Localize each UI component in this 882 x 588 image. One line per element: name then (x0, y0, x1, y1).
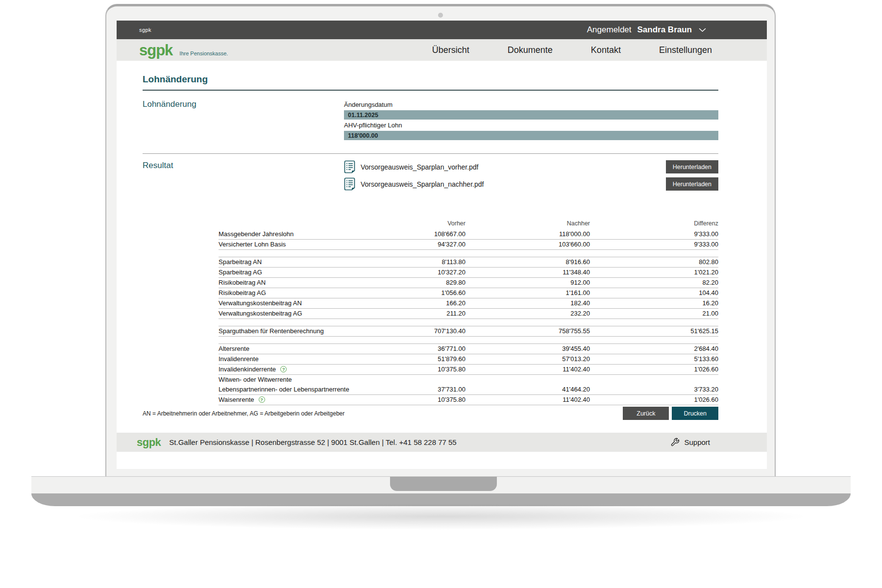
nav-items: Übersicht Dokumente Kontakt Einstellunge… (432, 45, 712, 55)
wrench-icon (670, 438, 680, 447)
user-name: Sandra Braun (637, 25, 692, 35)
download-button-nachher[interactable]: Herunterladen (666, 177, 718, 191)
print-button[interactable]: Drucken (672, 407, 718, 420)
file-row-nachher: Vorsorgeausweis_Sparplan_nachher.pdf Her… (344, 177, 718, 191)
logo[interactable]: sgpk Ihre Pensionskasse. (139, 43, 228, 58)
nav-item-einstellungen[interactable]: Einstellungen (659, 45, 712, 55)
footer-address: St.Galler Pensionskasse | Rosenbergstras… (169, 438, 456, 446)
cell-vorher: 36'771.00 (382, 345, 466, 352)
actions-row: AN = Arbeitnehmerin oder Arbeitnehmer, A… (143, 407, 718, 420)
row-label-cell: Risikobeitrag AG (219, 289, 382, 296)
nav-item-uebersicht[interactable]: Übersicht (432, 45, 469, 55)
webcam-dot (438, 13, 443, 18)
cell-differenz: 1'026.60 (590, 366, 718, 373)
cell-vorher: 1'056.60 (382, 289, 466, 296)
cell-differenz: 21.00 (590, 310, 718, 317)
download-button-vorher[interactable]: Herunterladen (666, 160, 718, 173)
row-label-cell: Sparbeitrag AN (219, 258, 382, 266)
document-icon (344, 160, 355, 173)
cell-vorher: 10'375.80 (382, 366, 466, 373)
logo-tagline: Ihre Pensionskasse. (179, 50, 228, 56)
cell-differenz: 802.80 (590, 258, 718, 266)
aenderungsdatum-input[interactable] (344, 110, 718, 120)
row-label-cell: Lebenspartnerinnen- oder Lebenspartnerre… (219, 386, 382, 393)
row-label: Lebenspartnerinnen- oder Lebenspartnerre… (219, 386, 349, 393)
cell-vorher: 166.20 (382, 299, 466, 307)
table-row: Verwaltungskostenbeitrag AG211.20232.202… (219, 309, 718, 319)
result-section-label: Resultat (143, 160, 344, 171)
cell-differenz: 3'733.20 (590, 386, 718, 393)
row-label-cell: Invalidenkinderrente? (219, 366, 382, 373)
file-name-vorher[interactable]: Vorsorgeausweis_Sparplan_vorher.pdf (361, 163, 479, 171)
cell-nachher: 11'402.40 (466, 396, 590, 403)
row-label-cell: Verwaltungskostenbeitrag AN (219, 299, 382, 307)
laptop-base (31, 476, 851, 506)
help-icon[interactable]: ? (259, 396, 265, 403)
table-row: Waisenrente?10'375.8011'402.401'026.60 (219, 395, 718, 405)
cell-differenz: 9'333.00 (590, 241, 718, 248)
row-label: Sparbeitrag AG (219, 269, 262, 276)
cell-vorher: 211.20 (382, 310, 466, 317)
row-label-cell: Sparbeitrag AG (219, 269, 382, 276)
topbar: sgpk Angemeldet Sandra Braun (117, 21, 767, 39)
row-label-cell: Massgebender Jahreslohn (219, 230, 382, 238)
row-label-cell: Invalidenrente (219, 355, 382, 363)
help-icon[interactable]: ? (280, 366, 287, 372)
row-label-cell: Verwaltungskostenbeitrag AG (219, 310, 382, 317)
cell-nachher: 182.40 (466, 299, 590, 307)
nav-item-dokumente[interactable]: Dokumente (508, 45, 553, 55)
table-spacer (219, 337, 718, 344)
document-icon (344, 177, 355, 191)
ahv-lohn-input[interactable] (344, 131, 718, 140)
col-header-differenz: Differenz (590, 220, 718, 227)
col-header-vorher: Vorher (382, 220, 466, 227)
cell-vorher: 37'731.00 (382, 386, 466, 393)
support-link[interactable]: Support (670, 438, 710, 447)
file-name-nachher[interactable]: Vorsorgeausweis_Sparplan_nachher.pdf (361, 180, 484, 188)
row-label: Verwaltungskostenbeitrag AN (219, 299, 302, 307)
topbar-brand: sgpk (139, 27, 151, 33)
row-label-cell: Waisenrente? (219, 396, 382, 403)
row-label: Altersrente (219, 345, 249, 352)
field-label-aenderungsdatum: Änderungsdatum (344, 101, 718, 109)
row-label-cell: Witwen- oder Witwerrente (219, 376, 382, 383)
table-row: Sparbeitrag AG10'327.2011'348.401'021.20 (219, 268, 718, 278)
file-row-vorher: Vorsorgeausweis_Sparplan_vorher.pdf Heru… (344, 160, 718, 173)
table-row: Verwaltungskostenbeitrag AN166.20182.401… (219, 298, 718, 309)
table-row: Altersrente36'771.0039'455.402'684.40 (219, 344, 718, 354)
table-row: Invalidenrente51'879.6057'013.205'133.60 (219, 354, 718, 365)
table-row: Sparbeitrag AN8'113.808'916.60802.80 (219, 257, 718, 268)
row-label: Witwen- oder Witwerrente (219, 376, 292, 383)
row-label-cell: Versicherter Lohn Basis (219, 241, 382, 248)
cell-vorher: 8'113.80 (382, 258, 466, 266)
row-label-cell: Sparguthaben für Rentenberechnung (219, 327, 382, 335)
table-row: Risikobeitrag AN829.80912.0082.20 (219, 278, 718, 288)
row-label: Versicherter Lohn Basis (219, 241, 286, 248)
table-row: Risikobeitrag AG1'056.601'161.00104.40 (219, 288, 718, 298)
main-content: Lohnänderung Lohnänderung Änderungsdatum… (117, 61, 767, 433)
cell-differenz: 1'026.60 (590, 396, 718, 403)
row-label: Verwaltungskostenbeitrag AG (219, 310, 302, 317)
row-label: Waisenrente (219, 396, 254, 403)
cell-differenz: 51'625.15 (590, 327, 718, 335)
table-row: Witwen- oder Witwerrente (219, 375, 718, 385)
table-row: Sparguthaben für Rentenberechnung707'130… (219, 326, 718, 337)
cell-vorher: 707'130.40 (382, 327, 466, 335)
cell-differenz: 9'333.00 (590, 230, 718, 238)
col-header-nachher: Nachher (466, 220, 590, 227)
cell-nachher: 758'755.55 (466, 327, 590, 335)
cell-nachher: 1'161.00 (466, 289, 590, 296)
table-row: Lebenspartnerinnen- oder Lebenspartnerre… (219, 385, 718, 395)
cell-nachher: 39'455.40 (466, 345, 590, 352)
cell-vorher: 94'327.00 (382, 241, 466, 248)
cell-differenz: 16.20 (590, 299, 718, 307)
support-label: Support (684, 438, 710, 446)
footer: sgpk St.Galler Pensionskasse | Rosenberg… (117, 433, 767, 452)
user-menu[interactable]: Angemeldet Sandra Braun (587, 25, 706, 35)
form-section-label: Lohnänderung (143, 99, 344, 109)
back-button[interactable]: Zurück (623, 407, 669, 420)
row-label: Sparbeitrag AN (219, 258, 262, 266)
row-label: Invalidenkinderrente (219, 366, 276, 373)
nav-item-kontakt[interactable]: Kontakt (591, 45, 621, 55)
footer-logo: sgpk (137, 437, 161, 448)
